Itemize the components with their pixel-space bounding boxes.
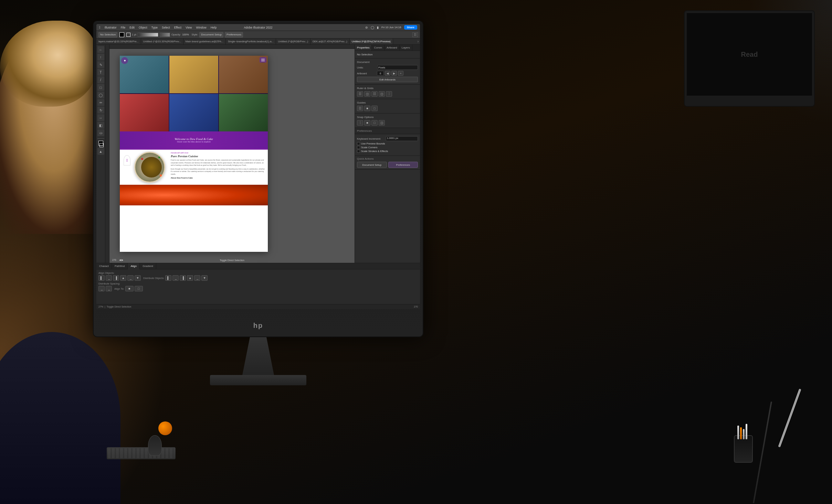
fill-swatch[interactable] bbox=[119, 32, 124, 37]
view-toggle-btn[interactable]: ☷ bbox=[412, 32, 418, 37]
edit-artboards-btn[interactable]: Edit Artboards bbox=[357, 77, 418, 82]
distribute-top-btn[interactable]: ▲ bbox=[187, 275, 193, 281]
distribute-h-space-btn[interactable]: ⎯ bbox=[98, 286, 105, 291]
align-to-artboard-btn[interactable]: □ bbox=[135, 286, 143, 291]
canvas-zoom-control[interactable]: ◀ ▶ bbox=[119, 259, 123, 261]
guides-btn-3[interactable]: □ bbox=[371, 106, 378, 111]
ruler-btn-4[interactable]: ◫ bbox=[379, 91, 385, 97]
scale-tool[interactable]: ↔ bbox=[97, 114, 104, 121]
guides-btn-2[interactable]: ■ bbox=[364, 106, 370, 111]
scale-strokes-checkbox[interactable] bbox=[357, 150, 360, 153]
tabs-overflow-btn[interactable]: › bbox=[416, 40, 420, 43]
align-left-btn[interactable]: ▌ bbox=[98, 275, 105, 281]
character-tab[interactable]: Charact bbox=[96, 263, 112, 269]
rotate-tool[interactable]: ↻ bbox=[97, 107, 104, 114]
align-center-h-btn[interactable]: ⎯ bbox=[106, 275, 112, 281]
tab-branding[interactable]: Single~brandingPortfolio.beabout(1).a... bbox=[226, 39, 276, 45]
tab-untitled1[interactable]: Untitled-1*@33.33%(RGB/Prev... bbox=[141, 39, 183, 45]
pathfinder-tab[interactable]: Pathfind bbox=[112, 263, 128, 269]
align-to-selection-btn[interactable]: ■ bbox=[125, 286, 134, 291]
guides-btn-1[interactable]: ☷ bbox=[357, 106, 363, 111]
eyedropper-tool[interactable]: ⛀ bbox=[97, 129, 104, 136]
ai-canvas[interactable]: ◆ Welcome to Dew Food & Cake Hover over … bbox=[109, 49, 355, 263]
view-menu[interactable]: View bbox=[186, 26, 192, 29]
gradient-tab[interactable]: Gradient bbox=[140, 263, 156, 269]
artboard-add-btn[interactable]: + bbox=[398, 71, 403, 76]
keyboard-increment-input[interactable]: 1.0001 px bbox=[386, 136, 418, 141]
distribute-left-btn[interactable]: ▌ bbox=[165, 275, 171, 281]
ruler-btn-3[interactable]: ☷ bbox=[371, 91, 378, 97]
scale-corners-checkbox[interactable] bbox=[357, 146, 360, 149]
stroke-tool[interactable] bbox=[99, 143, 104, 147]
distribute-bottom-btn[interactable]: ▼ bbox=[201, 275, 208, 281]
about-link[interactable]: About Dew Food & Cake bbox=[171, 177, 266, 179]
ruler-btn-5[interactable]: ⋮ bbox=[386, 91, 392, 97]
stroke-swatch[interactable] bbox=[126, 33, 130, 37]
snap-btn-4[interactable]: ◫ bbox=[379, 120, 385, 126]
distribute-right-btn[interactable]: ▐ bbox=[180, 275, 186, 281]
banner-title: Welcome to Dew Food & Cake bbox=[175, 137, 213, 141]
artboard-row: Artboard 6 ◀ ▶ + bbox=[357, 71, 418, 76]
stroke-dash-selector[interactable] bbox=[160, 33, 170, 37]
align-center-v-btn[interactable]: ⎯ bbox=[127, 275, 134, 281]
preferences-toolbar-btn[interactable]: Preferences bbox=[225, 32, 243, 37]
gradient-tool[interactable]: ◧ bbox=[97, 122, 104, 129]
mobile-menu-btn[interactable] bbox=[260, 57, 266, 63]
ruler-btn-1[interactable]: ☷ bbox=[357, 91, 363, 97]
window-menu[interactable]: Window bbox=[196, 26, 206, 29]
rect-tool[interactable]: □ bbox=[97, 84, 104, 91]
snap-btn-2[interactable]: ■ bbox=[364, 120, 370, 126]
artboard[interactable]: ◆ Welcome to Dew Food & Cake Hover over … bbox=[120, 56, 268, 252]
line-tool[interactable]: / bbox=[97, 76, 104, 83]
artboard-prev-btn[interactable]: ◀ bbox=[385, 71, 390, 76]
file-menu[interactable]: File bbox=[121, 26, 126, 29]
tab-untitled3-active[interactable]: Untitled-3*@25%(CMYK/Preview) bbox=[350, 39, 393, 45]
snap-btn-3[interactable]: □ bbox=[371, 120, 378, 126]
tab-layers[interactable]: layers.makia*@33.33%(RGB/Pre... bbox=[96, 39, 141, 45]
edit-menu[interactable]: Edit bbox=[129, 26, 135, 29]
app-name-menu[interactable]: Illustrator bbox=[105, 26, 117, 29]
help-menu[interactable]: Help bbox=[211, 26, 217, 29]
distribute-center-h-btn[interactable]: ⎯ bbox=[172, 275, 179, 281]
direct-select-tool[interactable]: ↑ bbox=[97, 54, 104, 61]
type-tool[interactable]: T bbox=[97, 69, 104, 76]
site-logo: ◆ bbox=[121, 57, 128, 64]
distribute-center-v-btn[interactable]: ⎯ bbox=[194, 275, 200, 281]
opacity-value: 100% bbox=[182, 33, 189, 36]
tab-dek[interactable]: DEK.ai@27.45%(RGB/Prev...) bbox=[310, 39, 350, 45]
artboard-count: 6 bbox=[377, 71, 384, 76]
align-tab[interactable]: Align bbox=[128, 263, 140, 269]
tab-untitled2[interactable]: Untitled-2*@(RGB/Prev...) bbox=[276, 39, 310, 45]
effect-menu[interactable]: Effect bbox=[174, 26, 182, 29]
layers-tab[interactable]: Layers bbox=[400, 45, 412, 51]
object-menu[interactable]: Object bbox=[139, 26, 147, 29]
align-right-btn[interactable]: ▐ bbox=[113, 275, 119, 281]
preview-bounds-checkbox[interactable] bbox=[357, 142, 360, 145]
document-setup-quick-btn[interactable]: Document Setup bbox=[357, 162, 387, 168]
ruler-btn-2[interactable]: ◫ bbox=[364, 91, 370, 97]
align-top-btn[interactable]: ▲ bbox=[120, 275, 126, 281]
share-button[interactable]: Share bbox=[404, 25, 417, 30]
artboard-tab[interactable]: Artboard bbox=[385, 45, 400, 51]
background-monitor: Read bbox=[684, 10, 815, 107]
screen-mode-btn[interactable]: ▲ bbox=[97, 148, 104, 155]
ellipse-tool[interactable]: ◯ bbox=[97, 92, 104, 98]
preferences-quick-btn[interactable]: Preferences bbox=[388, 162, 418, 168]
select-menu[interactable]: Select bbox=[162, 26, 170, 29]
canvas-area[interactable]: ◆ Welcome to Dew Food & Cake Hover over … bbox=[105, 45, 355, 263]
snap-btn-1[interactable]: ⋮ bbox=[357, 120, 363, 126]
align-bottom-btn[interactable]: ▼ bbox=[135, 275, 141, 281]
select-tool[interactable]: ← bbox=[97, 46, 104, 53]
tab-brand[interactable]: Main brand guidelines.ai@25%... bbox=[183, 39, 226, 45]
comm-tab[interactable]: Comm bbox=[372, 45, 385, 51]
stroke-style-selector[interactable] bbox=[138, 33, 158, 37]
artboard-next-btn[interactable]: ▶ bbox=[391, 71, 397, 76]
units-dropdown[interactable]: Pixels bbox=[377, 65, 418, 70]
document-setup-toolbar-btn[interactable]: Document Setup bbox=[199, 32, 223, 37]
datetime: Fri 10 Jun 14:16 bbox=[381, 26, 401, 29]
type-menu[interactable]: Type bbox=[151, 26, 158, 29]
brush-tool[interactable]: ✏ bbox=[97, 99, 104, 106]
pen-tool[interactable]: ✎ bbox=[97, 61, 104, 68]
properties-tab[interactable]: Properties bbox=[355, 45, 372, 51]
distribute-v-space-btn[interactable]: ⎯ bbox=[106, 286, 112, 291]
